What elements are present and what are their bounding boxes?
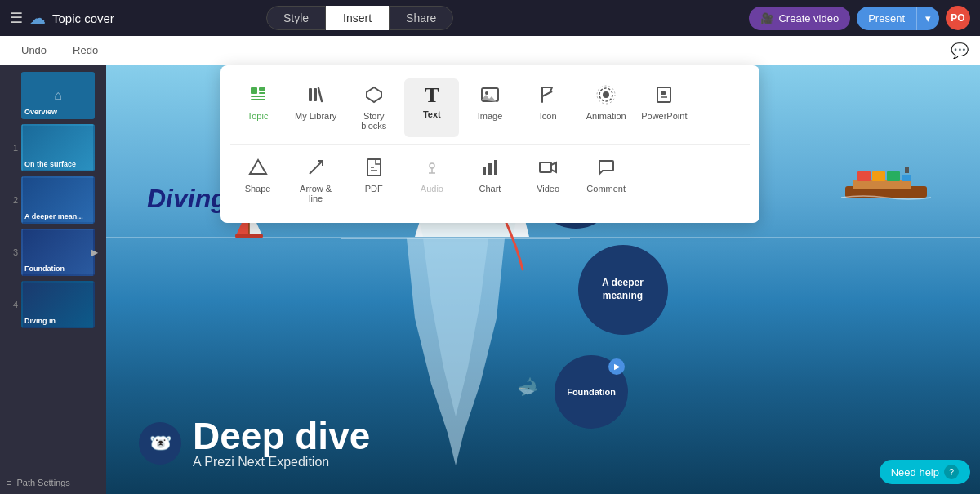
slide-thumb-overview[interactable]: ⌂ Overview (7, 72, 100, 119)
animation-icon (596, 85, 616, 108)
deeper-meaning-circle[interactable]: A deepermeaning (578, 245, 668, 335)
insert-item-arrow-line[interactable]: Arrow & line (288, 151, 343, 210)
svg-rect-3 (251, 96, 265, 97)
story-blocks-label: Story blocks (350, 111, 398, 131)
audio-icon (422, 158, 442, 180)
image-icon (480, 85, 500, 108)
story-blocks-icon (364, 85, 384, 108)
chart-label: Chart (479, 184, 501, 194)
insert-dropdown: Topic My Library Story blocks T Text Ima… (220, 65, 760, 223)
foundation-label: Foundation (567, 387, 616, 397)
svg-rect-35 (858, 171, 871, 181)
comment-icon[interactable]: 💬 (951, 42, 969, 60)
insert-divider (230, 144, 750, 145)
undo-button[interactable]: Undo (10, 41, 58, 60)
present-button[interactable]: Present ▾ (857, 7, 939, 30)
insert-item-pdf[interactable]: PDF (346, 151, 401, 210)
insert-item-image[interactable]: Image (462, 78, 517, 137)
topbar: ☰ ☁ Topic cover Style Insert Share 🎥 Cre… (0, 0, 980, 36)
svg-point-10 (603, 91, 609, 98)
svg-rect-4 (251, 99, 265, 100)
cargo-ship (841, 163, 931, 210)
insert-item-powerpoint[interactable]: PowerPoint (637, 78, 692, 137)
chart-icon (480, 158, 500, 180)
my-library-label: My Library (295, 111, 336, 121)
slide-num-1: 1 (7, 143, 18, 153)
slide-label-3: Foundation (24, 265, 65, 273)
insert-item-icon[interactable]: Icon (521, 78, 576, 137)
undoredo-bar: Undo Redo 💬 (0, 36, 980, 65)
pdf-label: PDF (365, 184, 383, 194)
deep-dive-subtitle: A Prezi Next Expedition (193, 455, 370, 470)
cloud-icon: ☁ (29, 8, 46, 28)
comment-menu-icon (596, 158, 616, 180)
insert-item-topic[interactable]: Topic (230, 78, 285, 137)
svg-rect-6 (314, 88, 317, 101)
icon-label: Icon (540, 111, 557, 121)
svg-rect-21 (488, 163, 492, 175)
style-tab[interactable]: Style (266, 6, 326, 30)
svg-rect-20 (483, 167, 486, 175)
topbar-left: ☰ ☁ Topic cover (10, 8, 114, 28)
share-tab[interactable]: Share (389, 6, 453, 30)
deep-dive-section: 🐻‍❄️ Deep dive A Prezi Next Expedition (139, 417, 370, 470)
create-video-button[interactable]: 🎥 Create video (749, 7, 850, 30)
video-icon (538, 158, 558, 180)
svg-rect-5 (309, 88, 312, 101)
svg-rect-39 (905, 167, 909, 173)
slide-img-overview[interactable]: ⌂ Overview (21, 72, 95, 119)
svg-marker-15 (250, 160, 266, 174)
slide-thumb-1[interactable]: 1 On the surface (7, 124, 100, 171)
slide-img-2[interactable]: A deeper mean... (21, 176, 95, 224)
help-icon: ? (944, 465, 959, 479)
slide-num-2: 2 (7, 195, 18, 205)
slide-thumb-3[interactable]: 3 Foundation ▶ (7, 229, 100, 276)
path-settings-label: Path Settings (16, 478, 69, 487)
arrow-line-icon (306, 158, 326, 180)
insert-item-chart[interactable]: Chart (462, 151, 517, 210)
user-avatar[interactable]: PO (946, 6, 970, 30)
insert-item-my-library[interactable]: My Library (288, 78, 343, 137)
svg-rect-37 (887, 171, 900, 181)
topbar-center-nav: Style Insert Share (266, 6, 454, 30)
insert-item-animation[interactable]: Animation (579, 78, 634, 137)
redo-button[interactable]: Redo (61, 41, 109, 60)
foundation-circle[interactable]: Foundation ▶ (555, 355, 628, 429)
path-settings-icon: ≡ (7, 478, 11, 487)
present-dropdown-arrow[interactable]: ▾ (916, 7, 939, 30)
svg-rect-2 (259, 92, 265, 94)
powerpoint-icon (654, 85, 674, 108)
svg-rect-1 (259, 87, 265, 91)
deeper-meaning-label: A deepermeaning (602, 277, 644, 302)
svg-rect-38 (902, 175, 911, 181)
shape-icon (248, 158, 268, 180)
video-label: Video (537, 184, 559, 194)
comment-menu-label: Comment (586, 184, 626, 194)
present-label[interactable]: Present (857, 7, 916, 30)
slide-label-overview: Overview (24, 108, 57, 116)
slide-thumb-4[interactable]: 4 Diving in (7, 281, 100, 328)
insert-item-shape[interactable]: Shape (230, 151, 285, 210)
slide-label-1: On the surface (24, 160, 76, 168)
need-help-button[interactable]: Need help ? (880, 460, 970, 484)
slide-img-4[interactable]: Diving in (21, 281, 95, 328)
shape-label: Shape (245, 184, 271, 194)
path-settings-bar[interactable]: ≡ Path Settings (0, 470, 106, 494)
insert-item-comment[interactable]: Comment (579, 151, 634, 210)
insert-item-text[interactable]: T Text (404, 78, 459, 137)
pdf-icon (364, 158, 384, 180)
hamburger-icon[interactable]: ☰ (10, 9, 23, 27)
slide-thumb-2[interactable]: 2 A deeper mean... (7, 176, 100, 224)
insert-item-video[interactable]: Video (521, 151, 576, 210)
slide-img-3[interactable]: Foundation (21, 229, 95, 276)
insert-tab[interactable]: Insert (326, 6, 389, 30)
insert-item-story-blocks[interactable]: Story blocks (346, 78, 401, 137)
slide-label-2: A deeper mean... (24, 212, 83, 220)
text-icon: T (425, 85, 439, 106)
foundation-play-button[interactable]: ▶ (608, 358, 625, 375)
insert-item-audio[interactable]: Audio (404, 151, 459, 210)
slide-num-3: 3 (7, 247, 18, 257)
slide-img-1[interactable]: On the surface (21, 124, 95, 171)
flag-icon (538, 85, 558, 108)
svg-rect-23 (540, 162, 551, 172)
